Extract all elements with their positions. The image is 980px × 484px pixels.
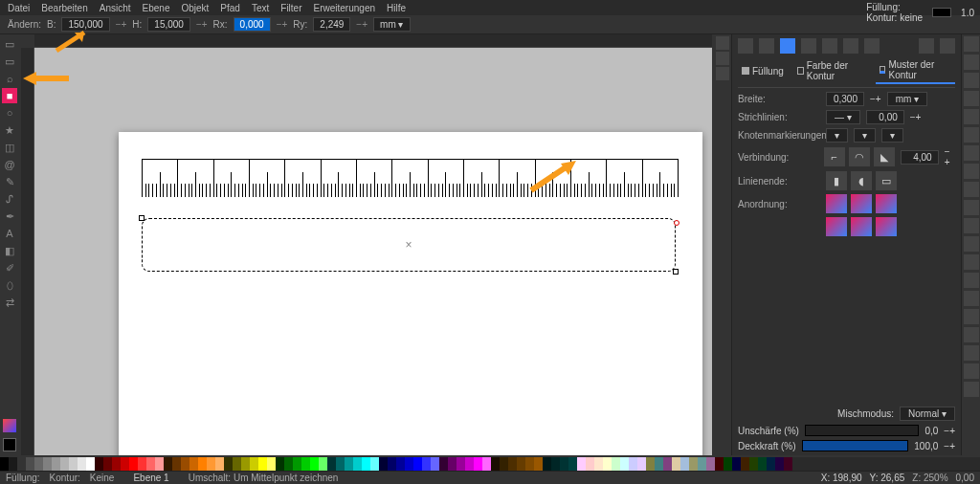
palette-swatch[interactable] bbox=[672, 457, 680, 471]
tool-pencil[interactable]: ✎ bbox=[2, 174, 17, 189]
palette-swatch[interactable] bbox=[732, 457, 741, 471]
palette-swatch[interactable] bbox=[603, 457, 612, 471]
menu-item[interactable]: Erweiterungen bbox=[314, 3, 375, 13]
palette-swatch[interactable] bbox=[637, 457, 646, 471]
palette-swatch[interactable] bbox=[86, 457, 95, 471]
height-spin[interactable]: −+ bbox=[194, 19, 210, 30]
height-input[interactable]: 15,000 bbox=[147, 17, 190, 32]
palette-swatch[interactable] bbox=[706, 457, 715, 471]
rx-input[interactable]: 0,000 bbox=[234, 17, 271, 32]
stroke-width-unit[interactable]: mm ▾ bbox=[887, 92, 927, 106]
ruler-vertical[interactable] bbox=[21, 48, 34, 455]
palette-swatch[interactable] bbox=[551, 457, 560, 471]
palette-swatch[interactable] bbox=[422, 457, 431, 471]
palette-swatch[interactable] bbox=[241, 457, 250, 471]
marker-start[interactable]: ▾ bbox=[826, 128, 848, 143]
palette-swatch[interactable] bbox=[517, 457, 525, 471]
palette-swatch[interactable] bbox=[9, 457, 17, 471]
panel-icon[interactable] bbox=[864, 38, 880, 54]
menu-item[interactable]: Pfad bbox=[220, 3, 240, 13]
palette-swatch[interactable] bbox=[172, 457, 181, 471]
cmd-redo-icon[interactable] bbox=[964, 127, 979, 143]
fg-color[interactable] bbox=[3, 419, 16, 432]
palette-swatch[interactable] bbox=[655, 457, 663, 471]
panel-icon[interactable] bbox=[940, 38, 955, 54]
menu-item[interactable]: Ansicht bbox=[100, 3, 131, 13]
palette-swatch[interactable] bbox=[508, 457, 517, 471]
menu-item[interactable]: Bearbeiten bbox=[41, 3, 87, 13]
panel-icon[interactable] bbox=[919, 38, 934, 54]
palette-swatch[interactable] bbox=[129, 457, 138, 471]
palette-swatch[interactable] bbox=[336, 457, 345, 471]
fill-swatch[interactable] bbox=[932, 8, 951, 17]
palette-swatch[interactable] bbox=[689, 457, 698, 471]
palette-swatch[interactable] bbox=[155, 457, 164, 471]
palette-swatch[interactable] bbox=[121, 457, 129, 471]
marker-end[interactable]: ▾ bbox=[881, 128, 903, 143]
cmd-group-icon[interactable] bbox=[964, 254, 979, 270]
dash-offset[interactable]: 0,00 bbox=[866, 110, 904, 124]
palette-swatch[interactable] bbox=[146, 457, 155, 471]
palette-swatch[interactable] bbox=[112, 457, 121, 471]
marker-mid[interactable]: ▾ bbox=[854, 128, 876, 143]
cmd-docprops-icon[interactable] bbox=[964, 382, 979, 397]
order-icon[interactable] bbox=[826, 194, 847, 213]
palette-swatch[interactable] bbox=[379, 457, 388, 471]
cmd-xml-icon[interactable] bbox=[964, 291, 979, 306]
bg-color[interactable] bbox=[3, 438, 16, 451]
opacity-value[interactable]: 100,0 bbox=[914, 441, 938, 451]
tool-bezier[interactable]: ᔑ bbox=[2, 191, 17, 207]
palette-swatch[interactable] bbox=[103, 457, 112, 471]
menu-item[interactable]: Objekt bbox=[181, 3, 209, 13]
menu-item[interactable]: Filter bbox=[280, 3, 301, 13]
palette-swatch[interactable] bbox=[439, 457, 448, 471]
palette-swatch[interactable] bbox=[586, 457, 594, 471]
cmd-new-icon[interactable] bbox=[964, 36, 979, 52]
palette-swatch[interactable] bbox=[388, 457, 396, 471]
palette-swatch[interactable] bbox=[749, 457, 758, 471]
palette-swatch[interactable] bbox=[215, 457, 224, 471]
panel-icon[interactable] bbox=[843, 38, 858, 54]
order-icon[interactable] bbox=[876, 217, 897, 236]
cmd-clone-icon[interactable] bbox=[964, 236, 979, 252]
palette-swatch[interactable] bbox=[267, 457, 276, 471]
palette-swatch[interactable] bbox=[620, 457, 629, 471]
palette-swatch[interactable] bbox=[164, 457, 172, 471]
tool-node[interactable]: ▭ bbox=[2, 54, 17, 69]
palette-swatch[interactable] bbox=[233, 457, 241, 471]
cmd-copy-icon[interactable] bbox=[964, 145, 979, 161]
panel-icon[interactable] bbox=[738, 38, 753, 54]
palette-swatch[interactable] bbox=[319, 457, 327, 471]
join-miter-icon[interactable]: ⌐ bbox=[824, 147, 845, 166]
tool-zoom[interactable]: ⌕ bbox=[2, 71, 17, 86]
cmd-paste-icon[interactable] bbox=[964, 164, 979, 179]
tool-star[interactable]: ★ bbox=[2, 122, 17, 138]
palette-swatch[interactable] bbox=[301, 457, 310, 471]
cmd-undo-icon[interactable] bbox=[964, 109, 979, 124]
zoom-level[interactable]: Z: 250% bbox=[912, 473, 947, 483]
palette-swatch[interactable] bbox=[431, 457, 439, 471]
join-round-icon[interactable]: ◠ bbox=[849, 147, 870, 166]
palette-swatch[interactable] bbox=[568, 457, 577, 471]
cap-round-icon[interactable]: ◖ bbox=[851, 171, 872, 190]
tool-ellipse[interactable]: ○ bbox=[2, 105, 17, 121]
panel-icon-active[interactable] bbox=[780, 38, 795, 54]
opacity-slider[interactable] bbox=[802, 440, 909, 451]
panel-icon[interactable] bbox=[759, 38, 774, 54]
cmd-save-icon[interactable] bbox=[964, 73, 979, 88]
palette-swatch[interactable] bbox=[284, 457, 293, 471]
order-icon[interactable] bbox=[826, 217, 847, 236]
unit-select[interactable]: mm ▾ bbox=[373, 17, 410, 32]
menu-item[interactable]: Hilfe bbox=[387, 3, 406, 13]
palette-swatch[interactable] bbox=[457, 457, 465, 471]
radius-handle[interactable] bbox=[674, 220, 679, 226]
menu-item[interactable]: Text bbox=[252, 3, 269, 13]
palette-swatch[interactable] bbox=[26, 457, 34, 471]
palette-swatch[interactable] bbox=[784, 457, 792, 471]
order-icon[interactable] bbox=[851, 217, 872, 236]
palette-swatch[interactable] bbox=[396, 457, 405, 471]
cmd-zoom-icon[interactable] bbox=[964, 182, 979, 197]
palette-swatch[interactable] bbox=[491, 457, 500, 471]
resize-handle-nw[interactable] bbox=[139, 215, 145, 221]
stroke-width-input[interactable]: 0,300 bbox=[826, 92, 864, 106]
